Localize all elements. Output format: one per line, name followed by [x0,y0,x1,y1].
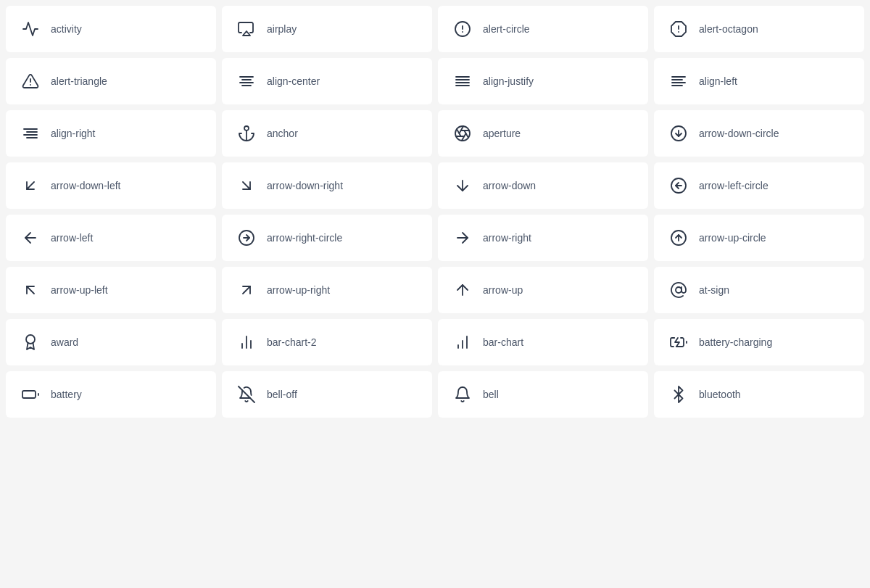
arrow-down-right-icon [236,175,257,196]
svg-line-61 [239,386,254,402]
svg-line-47 [27,286,34,294]
bar-chart-2-icon [236,332,257,352]
bell-label: bell [483,389,499,400]
arrow-down-circle-label: arrow-down-circle [699,128,779,139]
alert-triangle-label: alert-triangle [51,75,107,87]
alert-octagon-icon [668,19,689,39]
battery-charging-label: battery-charging [699,336,772,348]
icon-cell-arrow-left-circle[interactable]: arrow-left-circle [654,162,864,209]
bluetooth-label: bluetooth [699,389,741,400]
align-center-label: align-center [267,75,320,87]
arrow-up-circle-label: arrow-up-circle [699,232,766,244]
arrow-down-icon [452,175,473,196]
icon-cell-bar-chart[interactable]: bar-chart [438,319,648,365]
align-justify-icon [452,71,473,91]
align-right-icon [20,123,41,144]
bar-chart-2-label: bar-chart-2 [267,336,316,348]
icon-cell-arrow-down-right[interactable]: arrow-down-right [222,162,432,209]
icon-cell-arrow-down[interactable]: arrow-down [438,162,648,209]
svg-rect-59 [22,391,36,398]
icon-cell-arrow-down-circle[interactable]: arrow-down-circle [654,110,864,157]
icon-cell-arrow-up[interactable]: arrow-up [438,267,648,313]
icon-cell-at-sign[interactable]: at-sign [654,267,864,313]
bell-icon [452,384,473,405]
icon-cell-aperture[interactable]: aperture [438,110,648,157]
airplay-label: airplay [267,23,297,35]
battery-label: battery [51,389,82,400]
align-right-label: align-right [51,128,95,139]
svg-line-37 [243,182,250,189]
arrow-right-icon [452,228,473,248]
align-justify-label: align-justify [483,75,534,87]
align-left-label: align-left [699,75,737,87]
anchor-label: anchor [267,128,298,139]
icon-cell-alert-triangle[interactable]: alert-triangle [6,58,216,104]
icon-cell-activity[interactable]: activity [6,6,216,52]
bell-off-label: bell-off [267,389,297,400]
arrow-up-label: arrow-up [483,284,523,296]
arrow-down-left-label: arrow-down-left [51,180,120,191]
aperture-icon [452,123,473,144]
anchor-icon [236,123,257,144]
bluetooth-icon [668,384,689,405]
icon-cell-alert-octagon[interactable]: alert-octagon [654,6,864,52]
arrow-up-right-icon [236,280,257,300]
airplay-icon [236,19,257,39]
icon-cell-arrow-up-circle[interactable]: arrow-up-circle [654,215,864,261]
arrow-up-circle-icon [668,228,689,248]
icon-cell-airplay[interactable]: airplay [222,6,432,52]
icon-cell-battery-charging[interactable]: battery-charging [654,319,864,365]
arrow-down-left-icon [20,175,41,196]
svg-point-50 [676,287,682,293]
alert-triangle-icon [20,71,41,91]
bar-chart-icon [452,332,473,352]
icon-cell-arrow-right-circle[interactable]: arrow-right-circle [222,215,432,261]
icon-cell-align-right[interactable]: align-right [6,110,216,157]
icon-cell-bar-chart-2[interactable]: bar-chart-2 [222,319,432,365]
icon-cell-arrow-right[interactable]: arrow-right [438,215,648,261]
arrow-right-label: arrow-right [483,232,531,244]
icon-cell-arrow-down-left[interactable]: arrow-down-left [6,162,216,209]
arrow-left-icon [20,228,41,248]
alert-circle-icon [452,19,473,39]
svg-line-36 [27,182,34,189]
icon-cell-arrow-up-right[interactable]: arrow-up-right [222,267,432,313]
icon-cell-battery[interactable]: battery [6,371,216,418]
icon-cell-award[interactable]: award [6,319,216,365]
arrow-down-right-label: arrow-down-right [267,180,343,191]
arrow-down-circle-icon [668,123,689,144]
icon-cell-bell-off[interactable]: bell-off [222,371,432,418]
arrow-left-circle-label: arrow-left-circle [699,180,768,191]
bar-chart-label: bar-chart [483,336,523,348]
icon-grid: activityairplayalert-circlealert-octagon… [0,0,870,423]
alert-octagon-label: alert-octagon [699,23,758,35]
icon-cell-bell[interactable]: bell [438,371,648,418]
icon-cell-alert-circle[interactable]: alert-circle [438,6,648,52]
arrow-right-circle-icon [236,228,257,248]
icon-cell-align-center[interactable]: align-center [222,58,432,104]
icon-cell-align-justify[interactable]: align-justify [438,58,648,104]
icon-cell-arrow-left[interactable]: arrow-left [6,215,216,261]
at-sign-label: at-sign [699,284,729,296]
svg-line-48 [243,286,250,294]
align-center-icon [236,71,257,91]
aperture-label: aperture [483,128,521,139]
icon-cell-arrow-up-left[interactable]: arrow-up-left [6,267,216,313]
arrow-left-circle-icon [668,175,689,196]
icon-cell-bluetooth[interactable]: bluetooth [654,371,864,418]
align-left-icon [668,71,689,91]
arrow-up-icon [452,280,473,300]
icon-cell-align-left[interactable]: align-left [654,58,864,104]
bell-off-icon [236,384,257,405]
icon-cell-anchor[interactable]: anchor [222,110,432,157]
at-sign-icon [668,280,689,300]
arrow-up-left-label: arrow-up-left [51,284,108,296]
battery-charging-icon [668,332,689,352]
arrow-down-label: arrow-down [483,180,536,191]
award-icon [20,332,41,352]
activity-label: activity [51,23,82,35]
alert-circle-label: alert-circle [483,23,530,35]
award-label: award [51,336,78,348]
battery-icon [20,384,41,405]
arrow-up-left-icon [20,280,41,300]
